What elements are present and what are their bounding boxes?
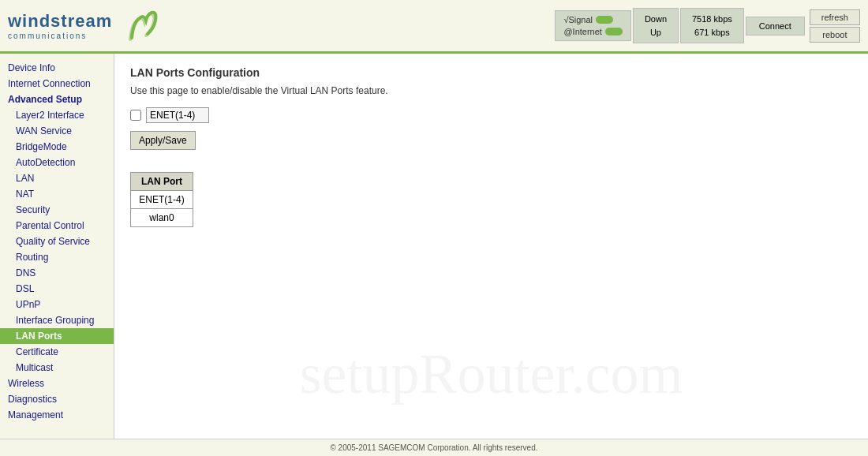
action-buttons: refresh reboot (810, 9, 860, 43)
sidebar-item-diagnostics[interactable]: Diagnostics (0, 391, 114, 407)
sidebar-item-quality-of-service[interactable]: Quality of Service (0, 234, 114, 249)
sidebar-item-routing[interactable]: Routing (0, 249, 114, 265)
apply-save-button[interactable]: Apply/Save (130, 131, 196, 150)
reboot-button[interactable]: reboot (810, 27, 860, 43)
watermark: setupRouter.com (114, 342, 868, 407)
up-label: Up (645, 26, 667, 39)
sidebar-item-wireless[interactable]: Wireless (0, 376, 114, 391)
sidebar-item-upnp[interactable]: UPnP (0, 297, 114, 312)
sidebar-item-dsl[interactable]: DSL (0, 281, 114, 297)
logo-text: windstream communications (8, 11, 112, 40)
footer-text: © 2005-2011 SAGEMCOM Corporation. All ri… (330, 443, 537, 452)
header-right: √Signal @Internet Down Up 7518 kbps 671 … (555, 8, 860, 43)
lan-port-cell: ENET(1-4) (131, 191, 193, 209)
sidebar-item-lan[interactable]: LAN (0, 170, 114, 186)
signal-indicator (596, 16, 613, 24)
sidebar-item-multicast[interactable]: Multicast (0, 360, 114, 376)
table-row: ENET(1-4) (131, 191, 193, 209)
internet-label: @Internet (563, 27, 601, 36)
signal-label: √Signal (563, 15, 593, 24)
logo-sub: communications (8, 32, 112, 40)
sidebar-item-bridgemode[interactable]: BridgeMode (0, 139, 114, 155)
windstream-logo-icon (116, 6, 159, 46)
connect-label: Connect (759, 21, 791, 31)
table-row: wlan0 (131, 209, 193, 227)
sidebar-item-certificate[interactable]: Certificate (0, 344, 114, 360)
sidebar-item-security[interactable]: Security (0, 202, 114, 218)
sidebar-item-layer2-interface[interactable]: Layer2 Interface (0, 107, 114, 123)
lan-port-header: LAN Port (131, 173, 193, 191)
sidebar-item-management[interactable]: Management (0, 407, 114, 423)
main-content: setupRouter.com LAN Ports Configuration … (114, 54, 868, 439)
sidebar-item-internet-connection[interactable]: Internet Connection (0, 76, 114, 92)
speed-box: Down Up (633, 8, 679, 43)
refresh-button[interactable]: refresh (810, 9, 860, 25)
internet-indicator (605, 28, 623, 36)
lan-port-table: LAN Port ENET(1-4)wlan0 (130, 172, 193, 227)
sidebar-item-parental-control[interactable]: Parental Control (0, 218, 114, 234)
header: windstream communications √Signal @Inter… (0, 0, 868, 54)
internet-row: @Internet (563, 27, 622, 36)
sidebar-item-autodetection[interactable]: AutoDetection (0, 155, 114, 170)
sidebar-item-nat[interactable]: NAT (0, 186, 114, 202)
sidebar-item-advanced-setup[interactable]: Advanced Setup (0, 92, 114, 107)
speed-values-box: 7518 kbps 671 kbps (680, 8, 744, 43)
connect-box: Connect (746, 17, 805, 36)
enet-checkbox-row (130, 107, 852, 123)
layout: Device InfoInternet ConnectionAdvanced S… (0, 54, 868, 439)
sidebar-item-dns[interactable]: DNS (0, 265, 114, 281)
sidebar-item-device-info[interactable]: Device Info (0, 60, 114, 76)
page-title: LAN Ports Configuration (130, 66, 852, 79)
sidebar: Device InfoInternet ConnectionAdvanced S… (0, 54, 114, 439)
sidebar-item-lan-ports[interactable]: LAN Ports (0, 328, 114, 344)
enet-input[interactable] (146, 107, 209, 123)
footer: © 2005-2011 SAGEMCOM Corporation. All ri… (0, 439, 868, 456)
lan-port-cell: wlan0 (131, 209, 193, 227)
up-speed: 671 kbps (692, 26, 732, 39)
enet-checkbox[interactable] (130, 110, 141, 121)
signal-internet-box: √Signal @Internet (555, 10, 630, 41)
logo-area: windstream communications (8, 6, 159, 46)
sidebar-item-wan-service[interactable]: WAN Service (0, 123, 114, 139)
down-speed: 7518 kbps (692, 13, 732, 26)
page-description: Use this page to enable/disable the Virt… (130, 85, 852, 96)
signal-row: √Signal (563, 15, 622, 24)
logo-main: windstream (8, 11, 112, 32)
down-label: Down (645, 13, 667, 26)
sidebar-item-interface-grouping[interactable]: Interface Grouping (0, 312, 114, 328)
